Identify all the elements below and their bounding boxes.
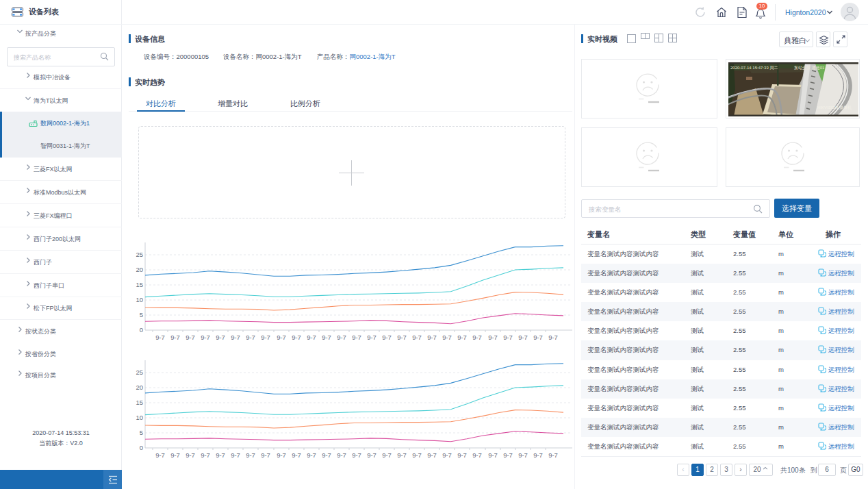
svg-text:9-7: 9-7 xyxy=(201,451,210,459)
svg-text:9-7: 9-7 xyxy=(533,451,543,459)
svg-text:9-7: 9-7 xyxy=(457,451,467,459)
svg-text:9-7: 9-7 xyxy=(201,334,210,341)
svg-text:9-7: 9-7 xyxy=(170,334,180,341)
svg-text:9-7: 9-7 xyxy=(261,451,270,459)
svg-text:15: 15 xyxy=(136,281,143,288)
svg-text:9-7: 9-7 xyxy=(246,451,255,459)
svg-text:9-7: 9-7 xyxy=(186,451,195,459)
svg-text:9-7: 9-7 xyxy=(367,334,376,341)
svg-text:9-7: 9-7 xyxy=(442,334,452,341)
svg-text:9-7: 9-7 xyxy=(352,451,361,459)
svg-text:9-7: 9-7 xyxy=(518,451,528,459)
svg-text:9-7: 9-7 xyxy=(337,334,346,341)
svg-text:9-7: 9-7 xyxy=(548,334,558,341)
svg-text:0: 0 xyxy=(140,444,143,451)
svg-text:9-7: 9-7 xyxy=(216,334,225,341)
svg-text:9-7: 9-7 xyxy=(292,451,301,459)
svg-text:9-7: 9-7 xyxy=(216,451,225,459)
svg-text:9-7: 9-7 xyxy=(352,334,361,341)
svg-text:9-7: 9-7 xyxy=(472,451,482,459)
svg-text:9-7: 9-7 xyxy=(503,451,513,459)
svg-text:9-7: 9-7 xyxy=(412,334,422,341)
svg-text:2020-07-14 15:47:33 周二: 2020-07-14 15:47:33 周二 xyxy=(730,66,778,70)
svg-text:9-7: 9-7 xyxy=(186,334,195,341)
svg-text:泵站全景 通道01: 泵站全景 通道01 xyxy=(794,65,825,71)
svg-text:9-7: 9-7 xyxy=(472,334,482,341)
svg-text:5: 5 xyxy=(140,311,143,318)
svg-text:HIKVISION 摄像机: HIKVISION 摄像机 xyxy=(817,105,852,110)
svg-text:9-7: 9-7 xyxy=(170,451,180,459)
svg-text:9-7: 9-7 xyxy=(533,334,543,341)
svg-text:9-7: 9-7 xyxy=(397,451,407,459)
svg-text:9-7: 9-7 xyxy=(457,334,467,341)
svg-text:9-7: 9-7 xyxy=(292,334,301,341)
svg-text:9-7: 9-7 xyxy=(427,334,437,341)
svg-text:9-7: 9-7 xyxy=(155,451,165,459)
svg-text:9-7: 9-7 xyxy=(231,334,240,341)
svg-text:9-7: 9-7 xyxy=(548,451,558,459)
svg-text:9-7: 9-7 xyxy=(442,451,452,459)
svg-text:9-7: 9-7 xyxy=(488,451,498,459)
svg-text:15: 15 xyxy=(136,399,143,406)
svg-text:9-7: 9-7 xyxy=(382,451,392,459)
svg-text:9-7: 9-7 xyxy=(307,334,316,341)
svg-text:9-7: 9-7 xyxy=(322,334,331,341)
svg-text:0: 0 xyxy=(140,326,143,334)
svg-text:9-7: 9-7 xyxy=(246,334,255,341)
svg-text:9-7: 9-7 xyxy=(503,334,513,341)
svg-text:5: 5 xyxy=(140,429,143,436)
svg-text:9-7: 9-7 xyxy=(277,334,286,341)
svg-text:9-7: 9-7 xyxy=(155,334,165,341)
svg-text:9-7: 9-7 xyxy=(397,334,407,341)
svg-text:9-7: 9-7 xyxy=(337,451,346,459)
svg-text:25: 25 xyxy=(136,368,143,376)
svg-text:10: 10 xyxy=(136,414,143,421)
svg-text:20: 20 xyxy=(136,384,143,391)
svg-text:9-7: 9-7 xyxy=(412,451,422,459)
svg-text:25: 25 xyxy=(136,251,143,258)
svg-text:9-7: 9-7 xyxy=(518,334,528,341)
svg-text:9-7: 9-7 xyxy=(367,451,376,459)
svg-text:9-7: 9-7 xyxy=(488,334,498,341)
svg-text:20: 20 xyxy=(136,266,143,273)
svg-text:9-7: 9-7 xyxy=(231,451,240,459)
svg-text:9-7: 9-7 xyxy=(322,451,331,459)
svg-text:9-7: 9-7 xyxy=(307,451,316,459)
svg-text:9-7: 9-7 xyxy=(261,334,270,341)
svg-text:9-7: 9-7 xyxy=(382,334,392,341)
svg-text:9-7: 9-7 xyxy=(427,451,437,459)
svg-text:9-7: 9-7 xyxy=(277,451,286,459)
svg-text:10: 10 xyxy=(136,296,143,303)
